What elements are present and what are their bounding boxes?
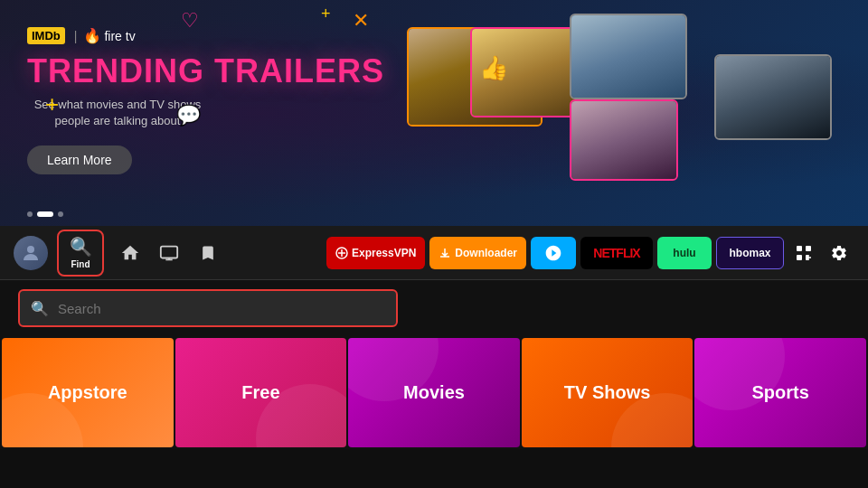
settings-button[interactable] — [824, 238, 854, 268]
movies-label: Movies — [403, 382, 465, 403]
tvshows-label: TV Shows — [564, 382, 651, 403]
appstore-label: Appstore — [48, 382, 127, 403]
imdb-logo: IMDb — [27, 27, 65, 44]
netflix-app[interactable]: NETFLIX — [580, 237, 653, 269]
tv-button[interactable] — [152, 236, 186, 270]
plus2-icon: + — [321, 5, 331, 23]
free-label: Free — [241, 382, 279, 403]
hero-section: IMDb 🔥 fire tv TRENDING TRAILERS See wha… — [0, 0, 868, 226]
chat-icon: 💬 — [176, 104, 201, 127]
movie-card-2[interactable] — [570, 14, 687, 99]
firetv-logo: 🔥 fire tv — [74, 27, 136, 44]
category-tvshows[interactable]: TV Shows — [522, 338, 693, 447]
card-2-inner — [571, 15, 685, 98]
downloader-app[interactable]: Downloader — [429, 237, 526, 269]
svg-rect-5 — [797, 255, 802, 260]
card-4-inner — [716, 56, 830, 138]
search-box[interactable]: 🔍 — [18, 289, 398, 327]
hero-logos: IMDb 🔥 fire tv — [27, 27, 384, 44]
thumbs-up-icon: 👍 — [479, 54, 508, 82]
categories-section: Appstore Free Movies TV Shows Sports — [0, 336, 868, 449]
blue-app[interactable] — [531, 237, 576, 269]
category-appstore[interactable]: Appstore — [2, 338, 174, 447]
hulu-app[interactable]: hulu — [657, 237, 712, 269]
dot-1[interactable] — [27, 211, 33, 217]
find-label: Find — [71, 259, 90, 269]
home-button[interactable] — [113, 236, 147, 270]
hbomax-app[interactable]: hbomax — [716, 237, 784, 269]
user-avatar[interactable] — [14, 236, 48, 270]
dot-3[interactable] — [58, 211, 63, 217]
find-button[interactable]: 🔍 Find — [57, 230, 104, 277]
svg-point-0 — [27, 246, 34, 253]
search-icon: 🔍 — [31, 300, 49, 317]
movie-card-3[interactable] — [570, 99, 678, 181]
hero-left-content: IMDb 🔥 fire tv TRENDING TRAILERS See wha… — [27, 27, 384, 174]
sports-label: Sports — [752, 382, 809, 403]
learn-more-button[interactable]: Learn More — [27, 145, 132, 174]
movie-card-4[interactable] — [714, 54, 832, 140]
heart-icon: ♡ — [181, 9, 199, 33]
hero-title: TRENDING TRAILERS — [27, 55, 384, 88]
category-movies[interactable]: Movies — [348, 338, 520, 447]
svg-rect-1 — [161, 246, 177, 258]
plus-icon: + — [45, 90, 59, 118]
hero-dots — [27, 211, 63, 217]
fire-icon: 🔥 — [83, 27, 101, 44]
nav-bar: 🔍 Find ExpressVPN Downloader NETFLIX hul… — [0, 226, 868, 280]
card-3-inner — [571, 101, 676, 179]
search-input[interactable] — [58, 301, 385, 316]
apps-grid-button[interactable] — [788, 238, 819, 268]
x-icon: ✕ — [353, 9, 369, 33]
bookmark-button[interactable] — [191, 236, 225, 270]
category-free[interactable]: Free — [175, 338, 347, 447]
dot-2[interactable] — [37, 211, 53, 217]
find-search-icon: 🔍 — [70, 236, 92, 258]
svg-rect-3 — [797, 246, 802, 251]
hero-cards — [353, 0, 868, 226]
expressvpn-app[interactable]: ExpressVPN — [326, 237, 425, 269]
category-sports[interactable]: Sports — [694, 338, 866, 447]
search-section: 🔍 — [0, 280, 868, 336]
svg-rect-4 — [806, 246, 811, 251]
